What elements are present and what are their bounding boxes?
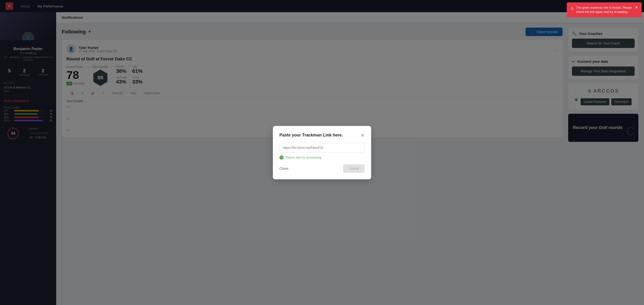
modal-actions: Close Submit — [280, 164, 364, 173]
success-icon: ✓ — [280, 156, 284, 160]
trackman-link-input[interactable] — [280, 143, 364, 152]
modal-overlay: Paste your Trackman Link here. ✕ ✓ Repor… — [0, 0, 644, 305]
success-text: Report sent for processing — [286, 156, 321, 159]
trackman-modal: Paste your Trackman Link here. ✕ ✓ Repor… — [273, 126, 371, 179]
modal-success-message: ✓ Report sent for processing — [280, 156, 364, 160]
error-close-btn[interactable]: ✕ — [635, 6, 638, 9]
error-message: The given trackman link is invalid. Plea… — [576, 6, 632, 14]
modal-submit-btn[interactable]: Submit — [343, 164, 364, 173]
modal-close-icon[interactable]: ✕ — [360, 132, 364, 138]
error-banner: ⚠ The given trackman link is invalid. Pl… — [567, 2, 642, 17]
modal-header: Paste your Trackman Link here. ✕ — [280, 132, 364, 138]
warning-icon: ⚠ — [570, 6, 574, 11]
modal-title: Paste your Trackman Link here. — [280, 133, 343, 138]
modal-close-btn[interactable]: Close — [280, 166, 288, 170]
